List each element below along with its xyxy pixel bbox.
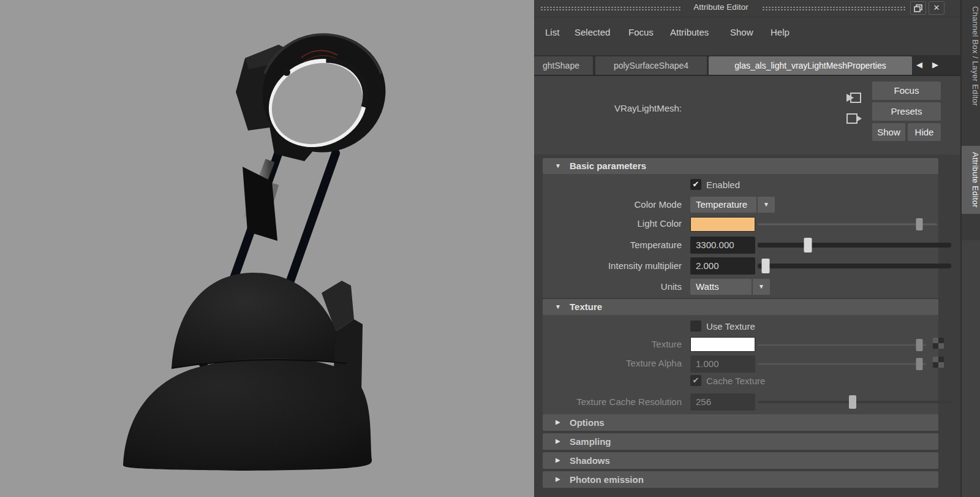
panel-dock-sidebar: Channel Box / Layer Editor Attribute Edi…: [960, 0, 980, 497]
enabled-checkbox[interactable]: ✔: [690, 179, 701, 190]
focus-button[interactable]: Focus: [872, 82, 941, 100]
section-photon-emission[interactable]: ▶ Photon emission: [543, 471, 938, 488]
show-button[interactable]: Show: [872, 123, 905, 141]
tab-lightshape[interactable]: ghtShape: [534, 56, 593, 75]
cache-resolution-field[interactable]: 256: [690, 393, 755, 411]
texture-swatch[interactable]: [690, 337, 755, 352]
collapse-triangle-icon: ▶: [556, 457, 560, 463]
hide-button[interactable]: Hide: [908, 123, 941, 141]
cache-resolution-slider[interactable]: [758, 393, 951, 411]
light-color-swatch[interactable]: [690, 217, 755, 232]
panel-menubar: List Selected Focus Attributes Show Help: [534, 25, 960, 44]
node-header: VRayLightMesh: light_vrayLightMeshProper…: [534, 76, 960, 154]
sidebar-tab-attribute-editor[interactable]: Attribute Editor: [962, 146, 980, 214]
node-tabbar: ghtShape polySurfaceShape4 glas_als_ligh…: [534, 55, 960, 76]
texture-alpha-field[interactable]: 1.000: [690, 355, 755, 373]
menu-attributes[interactable]: Attributes: [670, 27, 709, 37]
float-window-button[interactable]: [910, 1, 926, 15]
color-mode-dropdown-arrow[interactable]: ▼: [758, 197, 775, 213]
section-title: Options: [570, 417, 605, 428]
tab-polysurfaceshape4[interactable]: polySurfaceShape4: [595, 56, 707, 75]
texture-map-button[interactable]: [933, 338, 944, 351]
drag-handle-icon[interactable]: [762, 6, 907, 10]
temperature-field[interactable]: 3300.000: [690, 237, 755, 254]
section-options[interactable]: ▶ Options: [543, 414, 938, 431]
slider-handle[interactable]: [916, 339, 923, 351]
section-basic-parameters[interactable]: ▼ Basic parameters: [543, 158, 938, 174]
attribute-sections: ▼ Basic parameters ✔ Enabled Color Mode …: [534, 154, 960, 497]
section-title: Shadows: [570, 455, 610, 466]
chevron-down-icon: ▼: [758, 283, 764, 290]
menu-focus[interactable]: Focus: [628, 27, 654, 37]
light-color-label: Light Color: [534, 218, 682, 229]
lamp-base: [123, 273, 372, 471]
texture-alpha-label: Texture Alpha: [534, 358, 682, 368]
menu-list[interactable]: List: [545, 27, 559, 37]
color-mode-label: Color Mode: [534, 199, 682, 210]
slider-handle[interactable]: [804, 238, 812, 252]
temperature-label: Temperature: [534, 240, 682, 250]
menu-show[interactable]: Show: [730, 27, 753, 37]
input-connection-icon[interactable]: [845, 91, 862, 107]
enabled-label: Enabled: [706, 180, 740, 190]
cache-resolution-label: Texture Cache Resolution: [534, 396, 682, 407]
section-title: Basic parameters: [570, 161, 646, 171]
presets-button[interactable]: Presets: [872, 102, 941, 121]
collapse-triangle-icon: ▶: [556, 476, 560, 482]
texture-alpha-map-button[interactable]: [933, 357, 944, 370]
section-title: Sampling: [570, 436, 611, 447]
lamp-head: [236, 17, 402, 170]
viewport-3d[interactable]: [0, 0, 534, 497]
chevron-down-icon: ▼: [763, 201, 769, 208]
units-dropdown[interactable]: Watts: [690, 279, 752, 295]
intensity-slider[interactable]: [758, 257, 951, 275]
output-connection-icon[interactable]: [845, 112, 862, 127]
panel-titlebar[interactable]: Attribute Editor ✕: [534, 0, 960, 17]
sidebar-empty-area: [962, 240, 980, 497]
light-color-slider[interactable]: [758, 216, 937, 233]
close-icon: ✕: [933, 3, 940, 12]
use-texture-label: Use Texture: [706, 321, 755, 332]
section-title: Photon emission: [570, 474, 644, 485]
collapse-triangle-icon: ▼: [555, 162, 561, 169]
slider-handle[interactable]: [761, 259, 769, 273]
float-restore-icon: [914, 4, 922, 12]
slider-handle[interactable]: [916, 358, 923, 370]
menu-help[interactable]: Help: [771, 27, 790, 37]
units-dropdown-arrow[interactable]: ▼: [753, 279, 770, 295]
checker-icon: [933, 338, 944, 349]
slider-handle[interactable]: [849, 395, 856, 409]
use-texture-checkbox[interactable]: [690, 321, 701, 332]
lamp-model: [0, 0, 534, 497]
color-mode-dropdown[interactable]: Temperature: [690, 197, 756, 213]
texture-slider[interactable]: [758, 336, 926, 354]
section-title: Texture: [570, 302, 602, 312]
tab-prev-icon[interactable]: ◀: [916, 60, 922, 69]
section-sampling[interactable]: ▶ Sampling: [543, 433, 938, 450]
slider-handle[interactable]: [916, 218, 922, 230]
collapse-triangle-icon: ▶: [556, 419, 560, 425]
section-texture[interactable]: ▼ Texture: [543, 299, 938, 315]
checker-icon: [933, 357, 944, 368]
menu-selected[interactable]: Selected: [575, 27, 610, 37]
cache-texture-label: Cache Texture: [706, 376, 765, 386]
node-type-label: VRayLightMesh:: [534, 103, 682, 113]
sidebar-tab-channel-box[interactable]: Channel Box / Layer Editor: [963, 6, 980, 106]
tab-next-icon[interactable]: ▶: [932, 60, 938, 69]
collapse-triangle-icon: ▶: [556, 438, 560, 444]
section-shadows[interactable]: ▶ Shadows: [543, 452, 938, 469]
collapse-triangle-icon: ▼: [555, 303, 561, 310]
close-button[interactable]: ✕: [929, 1, 944, 15]
temperature-slider[interactable]: [758, 237, 951, 254]
texture-label: Texture: [534, 339, 682, 349]
tab-vraylightmeshproperties[interactable]: glas_als_light_vrayLightMeshProperties: [709, 56, 912, 75]
intensity-field[interactable]: 2.000: [690, 257, 755, 275]
intensity-label: Intensity multiplier: [534, 260, 682, 271]
attribute-editor-panel: Attribute Editor ✕ List Selected Focus A…: [534, 0, 960, 497]
units-label: Units: [534, 281, 682, 292]
texture-alpha-slider[interactable]: [758, 355, 926, 373]
cache-texture-checkbox[interactable]: ✔: [690, 375, 701, 386]
